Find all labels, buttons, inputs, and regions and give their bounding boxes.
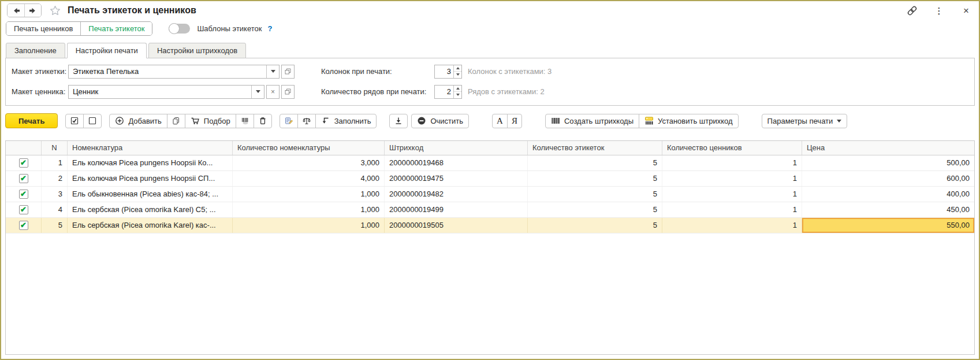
row-price[interactable]: 400,00 <box>802 187 974 202</box>
row-barcode[interactable]: 2000000019505 <box>385 218 528 233</box>
row-nomenclature[interactable]: Ель колючая Picea pungens Hoopsii СП... <box>68 171 233 186</box>
add-button[interactable]: Добавить <box>109 114 167 128</box>
pick-button[interactable]: Подбор <box>185 114 236 128</box>
sort-asc-button[interactable]: А <box>492 114 508 128</box>
row-pricetags-count[interactable]: 1 <box>662 218 802 233</box>
pricetag-layout-open-button[interactable] <box>281 85 295 99</box>
row-barcode[interactable]: 2000000019499 <box>385 202 528 217</box>
row-nomenclature[interactable]: Ель сербская (Picea omorika Karel) C5; .… <box>68 202 233 217</box>
row-labels-count[interactable]: 5 <box>528 202 662 217</box>
row-quantity[interactable]: 3,000 <box>233 155 385 170</box>
scan-barcode-button[interactable] <box>236 114 254 128</box>
row-number[interactable]: 2 <box>42 171 68 186</box>
row-quantity[interactable]: 1,000 <box>233 187 385 202</box>
fill-down-button[interactable] <box>389 114 408 128</box>
clear-button[interactable]: Очистить <box>411 114 469 128</box>
print-params-button[interactable]: Параметры печати <box>762 114 848 128</box>
row-nomenclature[interactable]: Ель сербская (Picea omorika Karel) кас-.… <box>68 218 233 233</box>
row-price[interactable]: 450,00 <box>802 202 974 217</box>
table-row[interactable]: ✔ 3 Ель обыкновенная (Picea abies) кас-8… <box>6 187 974 202</box>
back-button[interactable] <box>8 4 24 17</box>
uncheck-all-button[interactable] <box>83 114 102 128</box>
check-all-button[interactable] <box>65 114 84 128</box>
row-nomenclature[interactable]: Ель колючая Picea pungens Hoopsii Ко... <box>68 155 233 170</box>
delete-button[interactable] <box>254 114 272 128</box>
label-layout-dropdown-button[interactable] <box>266 65 279 78</box>
check-icon: ✔ <box>20 221 27 229</box>
scales-icon <box>302 116 311 125</box>
table-row[interactable]: ✔ 1 Ель колючая Picea pungens Hoopsii Ко… <box>6 155 974 171</box>
row-quantity[interactable]: 1,000 <box>233 218 385 233</box>
close-icon[interactable]: × <box>960 5 972 16</box>
forward-button[interactable] <box>24 4 41 17</box>
row-labels-count[interactable]: 5 <box>528 171 662 186</box>
print-rows-input[interactable] <box>435 86 453 98</box>
header-price[interactable]: Цена <box>802 141 974 155</box>
print-columns-input[interactable] <box>435 65 453 78</box>
header-labels-count[interactable]: Количество этикеток <box>528 141 662 155</box>
print-button[interactable]: Печать <box>5 113 58 128</box>
row-checkbox[interactable]: ✔ <box>19 174 28 183</box>
table-row[interactable]: ✔ 5 Ель сербская (Picea omorika Karel) к… <box>6 218 974 233</box>
row-pricetags-count[interactable]: 1 <box>662 155 802 170</box>
more-menu-icon[interactable]: ⋮ <box>933 5 945 16</box>
table-row[interactable]: ✔ 4 Ель сербская (Picea omorika Karel) C… <box>6 202 974 218</box>
header-n[interactable]: N <box>42 141 68 155</box>
row-checkbox[interactable]: ✔ <box>19 158 28 168</box>
print-labels-button[interactable]: Печать этикеток <box>80 22 152 35</box>
label-layout-open-button[interactable] <box>281 65 295 79</box>
spin-up-button[interactable] <box>454 65 461 72</box>
row-quantity[interactable]: 4,000 <box>233 171 385 186</box>
row-labels-count[interactable]: 5 <box>528 155 662 170</box>
header-barcode[interactable]: Штрихкод <box>385 141 528 155</box>
row-number[interactable]: 3 <box>42 187 68 202</box>
fill-button[interactable]: Заполнить <box>315 114 377 128</box>
row-nomenclature[interactable]: Ель обыкновенная (Picea abies) кас-84; .… <box>68 187 233 202</box>
spin-down-button[interactable] <box>454 72 461 78</box>
row-price[interactable]: 600,00 <box>802 171 974 186</box>
row-pricetags-count[interactable]: 1 <box>662 171 802 186</box>
row-price[interactable]: 550,00 <box>802 218 974 233</box>
row-barcode[interactable]: 2000000019468 <box>385 155 528 170</box>
row-pricetags-count[interactable]: 1 <box>662 187 802 202</box>
labels-templates-toggle[interactable] <box>169 24 190 34</box>
row-number[interactable]: 1 <box>42 155 68 170</box>
help-link[interactable]: ? <box>267 24 272 33</box>
row-pricetags-count[interactable]: 1 <box>662 202 802 217</box>
pricetag-layout-input[interactable] <box>69 86 251 98</box>
create-barcodes-button[interactable]: Создать штрихкоды <box>545 114 639 128</box>
pricetag-layout-clear-button[interactable]: × <box>266 85 280 99</box>
row-number[interactable]: 5 <box>42 218 68 233</box>
header-nomenclature[interactable]: Номенклатура <box>68 141 233 155</box>
pricetag-layout-dropdown-button[interactable] <box>251 86 264 98</box>
row-checkbox[interactable]: ✔ <box>19 205 28 214</box>
set-quantity-button[interactable] <box>280 114 298 128</box>
spin-down-button[interactable] <box>454 92 461 98</box>
label-layout-input[interactable] <box>69 65 266 78</box>
set-barcode-button[interactable]: Установить штрихкод <box>639 114 739 128</box>
tab-nastroyki-shtrihkodov[interactable]: Настройки штрихкодов <box>148 43 246 58</box>
row-labels-count[interactable]: 5 <box>528 218 662 233</box>
link-icon[interactable] <box>906 5 918 16</box>
spin-up-button[interactable] <box>454 86 461 92</box>
header-quantity[interactable]: Количество номенклатуры <box>233 141 385 155</box>
row-checkbox[interactable]: ✔ <box>19 221 28 230</box>
table-row[interactable]: ✔ 2 Ель колючая Picea pungens Hoopsii СП… <box>6 171 974 187</box>
row-quantity[interactable]: 1,000 <box>233 202 385 217</box>
row-checkbox[interactable]: ✔ <box>19 190 28 199</box>
row-labels-count[interactable]: 5 <box>528 187 662 202</box>
copy-button[interactable] <box>167 114 185 128</box>
tab-zapolnenie[interactable]: Заполнение <box>6 43 65 58</box>
print-pricetags-button[interactable]: Печать ценников <box>6 22 80 35</box>
letter-ya-icon: Я <box>512 116 517 126</box>
row-barcode[interactable]: 2000000019482 <box>385 187 528 202</box>
row-barcode[interactable]: 2000000019475 <box>385 171 528 186</box>
row-price[interactable]: 500,00 <box>802 155 974 170</box>
tab-nastroyki-pechati[interactable]: Настройки печати <box>67 43 147 58</box>
row-number[interactable]: 4 <box>42 202 68 217</box>
header-checkbox-column[interactable] <box>6 141 42 155</box>
sort-desc-button[interactable]: Я <box>507 114 522 128</box>
weigh-button[interactable] <box>297 114 316 128</box>
header-pricetags-count[interactable]: Количество ценников <box>662 141 802 155</box>
favorite-star-icon[interactable] <box>50 5 61 16</box>
